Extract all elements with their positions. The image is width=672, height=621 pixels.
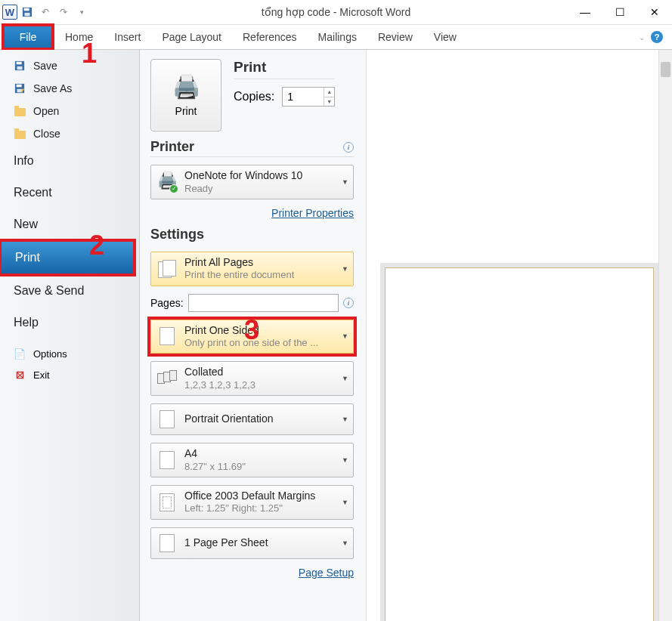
sidebar-save-send[interactable]: Save & Send (0, 275, 139, 307)
scroll-thumb[interactable] (661, 62, 670, 77)
svg-rect-7 (17, 85, 22, 88)
file-tab[interactable]: File (2, 23, 54, 51)
paper-sub: 8.27" x 11.69" (184, 461, 246, 473)
collate-dropdown[interactable]: Collated1,2,3 1,2,3 1,2,3 ▼ (150, 361, 354, 396)
copies-label: Copies: (234, 90, 274, 104)
preview-page (385, 267, 654, 621)
page-icon (157, 325, 177, 348)
pages-icon (157, 258, 177, 280)
svg-rect-5 (17, 66, 23, 70)
paper-size-dropdown[interactable]: A48.27" x 11.69" ▼ (150, 443, 354, 477)
close-window-button[interactable]: ✕ (637, 0, 672, 25)
references-tab[interactable]: References (232, 25, 308, 49)
collate-icon (157, 367, 177, 390)
preview-scrollbar[interactable] (658, 50, 672, 621)
portrait-icon (157, 408, 177, 431)
undo-button[interactable]: ↶ (37, 4, 54, 20)
ribbon-tabs: File Home Insert Page Layout References … (0, 25, 672, 50)
pages-label: Pages: (150, 297, 184, 309)
close-file-icon (14, 128, 26, 140)
annotation-marker-2: 2 (89, 230, 104, 261)
sidebar-exit[interactable]: ⛝Exit (0, 364, 139, 385)
printer-dropdown[interactable]: 🖨️✓ OneNote for Windows 10 Ready ▼ (150, 165, 354, 199)
margins-dropdown[interactable]: Office 2003 Default MarginsLeft: 1.25" R… (150, 485, 354, 520)
pages-info-icon[interactable]: i (343, 298, 354, 308)
chevron-down-icon: ▼ (342, 375, 348, 382)
minimize-button[interactable]: — (568, 0, 602, 25)
save-icon (14, 60, 26, 72)
qat-dropdown-icon[interactable]: ▾ (73, 4, 90, 20)
print-preview (367, 50, 672, 621)
printer-section-header: Printer (150, 139, 194, 155)
paper-title: A4 (184, 447, 246, 461)
sidebar-exit-label: Exit (33, 369, 50, 381)
print-button[interactable]: 🖨️ Print (150, 59, 221, 131)
annotation-marker-1: 1 (82, 38, 97, 70)
exit-icon: ⛝ (14, 369, 26, 381)
title-bar: W ↶ ↷ ▾ tổng hợp code - Microsoft Word —… (0, 0, 672, 25)
sidebar-save-as[interactable]: Save As (0, 77, 139, 100)
orientation-title: Portrait Orientation (184, 412, 274, 426)
insert-tab[interactable]: Insert (104, 25, 151, 49)
printer-info-icon[interactable]: i (343, 142, 354, 153)
collate-title: Collated (184, 366, 255, 379)
sidebar-info[interactable]: Info (0, 145, 139, 177)
quick-access-toolbar: W ↶ ↷ ▾ (0, 4, 90, 20)
orientation-dropdown[interactable]: Portrait Orientation ▼ (150, 403, 354, 435)
sidebar-new[interactable]: New (0, 209, 139, 240)
sidebar-save[interactable]: Save (0, 54, 139, 77)
help-icon[interactable]: ? (651, 31, 663, 43)
printer-properties-link[interactable]: Printer Properties (150, 207, 354, 219)
sidebar-save-label: Save (33, 60, 57, 72)
save-as-icon (14, 82, 26, 94)
margins-sub: Left: 1.25" Right: 1.25" (184, 502, 315, 514)
page-layout-tab[interactable]: Page Layout (151, 25, 232, 49)
paper-icon (157, 449, 177, 471)
view-tab[interactable]: View (423, 25, 467, 49)
printer-name: OneNote for Windows 10 (184, 169, 302, 183)
mailings-tab[interactable]: Mailings (308, 25, 367, 49)
redo-button[interactable]: ↷ (55, 4, 72, 20)
chevron-down-icon: ▼ (342, 539, 348, 547)
page-setup-link[interactable]: Page Setup (150, 567, 354, 579)
sidebar-close-label: Close (33, 128, 60, 140)
svg-rect-1 (24, 8, 29, 11)
margins-icon (157, 491, 177, 514)
sidebar-print[interactable]: Print (0, 239, 136, 277)
window-title: tổng hợp code - Microsoft Word (262, 6, 410, 18)
settings-header: Settings (150, 227, 204, 243)
collate-sub: 1,2,3 1,2,3 1,2,3 (184, 379, 255, 391)
maximize-button[interactable]: ☐ (602, 0, 637, 25)
copies-spinner[interactable]: ▲▼ (324, 88, 334, 106)
printer-large-icon: 🖨️ (171, 73, 201, 99)
chevron-down-icon: ▼ (342, 265, 348, 273)
sidebar-close[interactable]: Close (0, 122, 139, 145)
save-qat-button[interactable] (19, 4, 36, 20)
sidebar-open-label: Open (33, 105, 59, 117)
chevron-down-icon: ▼ (342, 499, 348, 506)
review-tab[interactable]: Review (367, 25, 423, 49)
chevron-down-icon: ▼ (342, 416, 348, 423)
sheet-icon (157, 532, 177, 555)
print-range-dropdown[interactable]: Print All PagesPrint the entire document… (150, 252, 354, 286)
sidebar-options[interactable]: 📄Options (0, 343, 139, 364)
minimize-ribbon-icon[interactable]: ⌄ (639, 33, 645, 42)
pages-input[interactable] (188, 294, 339, 312)
print-range-sub: Print the entire document (184, 269, 294, 281)
chevron-down-icon: ▼ (342, 456, 348, 464)
printer-status: Ready (184, 183, 302, 195)
print-header: Print (234, 59, 335, 76)
sidebar-open[interactable]: Open (0, 100, 139, 122)
chevron-down-icon: ▼ (342, 332, 348, 340)
sidebar-recent[interactable]: Recent (0, 177, 139, 209)
sidebar-print-label: Print (15, 251, 40, 264)
sidebar-saveas-label: Save As (33, 82, 72, 94)
chevron-down-icon: ▼ (342, 178, 348, 186)
file-tab-label: File (20, 31, 37, 43)
svg-rect-4 (17, 62, 22, 65)
pages-per-sheet-dropdown[interactable]: 1 Page Per Sheet ▼ (150, 527, 354, 559)
printer-status-icon: 🖨️✓ (157, 171, 177, 193)
word-app-icon[interactable]: W (2, 5, 17, 20)
backstage-sidebar: Save Save As Open Close Info Recent New … (0, 50, 140, 621)
sidebar-help[interactable]: Help (0, 307, 139, 338)
